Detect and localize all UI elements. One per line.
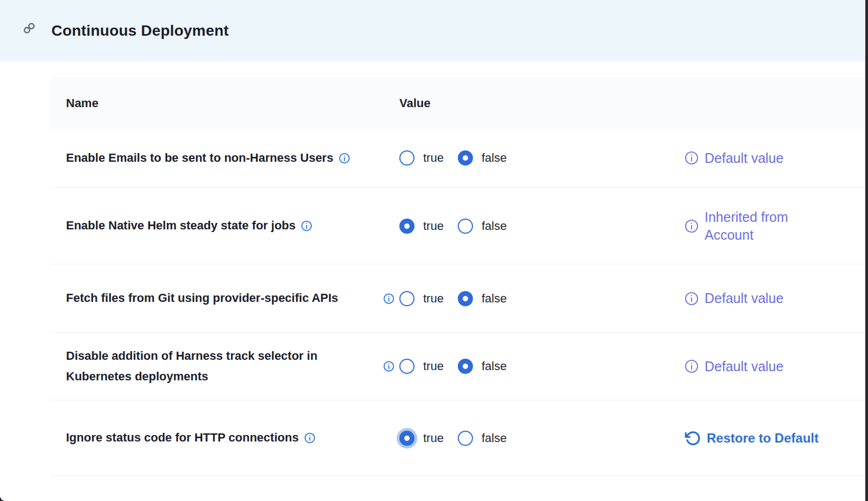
info-icon[interactable]	[383, 293, 394, 304]
link-icon[interactable]	[23, 22, 36, 35]
radio-label[interactable]: true	[423, 359, 444, 373]
radio-button[interactable]	[458, 359, 473, 374]
radio-label[interactable]: false	[482, 292, 507, 306]
radio-option-false[interactable]: false	[458, 219, 507, 234]
radio-option-true[interactable]: true	[399, 150, 444, 166]
info-icon[interactable]	[383, 361, 394, 372]
info-icon[interactable]	[301, 220, 312, 232]
radio-option-true[interactable]: true	[399, 219, 444, 234]
info-icon[interactable]	[339, 153, 350, 164]
radio-option-false[interactable]: false	[458, 431, 507, 446]
radio-label[interactable]: false	[482, 151, 507, 165]
setting-name: Fetch files from Git using provider-spec…	[66, 288, 338, 309]
radio-button[interactable]	[458, 219, 473, 234]
setting-name: Enable Native Helm steady state for jobs	[66, 215, 295, 236]
setting-name: Disable addition of Harness track select…	[66, 346, 361, 387]
setting-name-cell: Fetch files from Git using provider-spec…	[66, 265, 399, 332]
radio-button[interactable]	[458, 431, 473, 446]
radio-option-false[interactable]: false	[458, 359, 507, 374]
settings-table: Name Value Enable Emails to be sent to n…	[50, 77, 865, 476]
setting-name-cell: Enable Native Helm steady state for jobs	[66, 188, 399, 264]
setting-row: Enable Native Helm steady state for jobs…	[50, 188, 865, 265]
setting-name-cell: Enable Emails to be sent to non-Harness …	[66, 129, 399, 187]
table-header-row: Name Value	[50, 77, 865, 129]
radio-option-false[interactable]: false	[458, 150, 507, 166]
table-body: Enable Emails to be sent to non-Harness …	[50, 129, 865, 476]
screenshot-edge	[865, 0, 868, 501]
radio-label[interactable]: true	[423, 151, 444, 165]
status-indicator: Inherited from Account	[685, 208, 818, 243]
radio-option-false[interactable]: false	[458, 291, 507, 306]
radio-label[interactable]: true	[423, 431, 444, 445]
status-label: Default value	[705, 149, 784, 167]
status-indicator: Default value	[685, 358, 784, 375]
radio-label[interactable]: false	[482, 359, 507, 373]
radio-group: truefalse	[399, 359, 507, 374]
radio-label[interactable]: false	[482, 219, 507, 233]
status-indicator: Default value	[685, 289, 784, 307]
info-icon[interactable]	[685, 151, 699, 165]
radio-label[interactable]: false	[482, 431, 507, 445]
restore-to-default-button[interactable]: Restore to Default	[685, 430, 819, 446]
setting-row: Ignore status code for HTTP connections …	[50, 400, 865, 476]
radio-option-true[interactable]: true	[399, 431, 444, 446]
setting-name-cell: Ignore status code for HTTP connections	[66, 400, 399, 476]
status-label: Default value	[705, 289, 784, 307]
radio-group: truefalse	[399, 431, 507, 446]
setting-status-cell: Inherited from Account Inherited from Ac…	[685, 188, 818, 264]
info-icon[interactable]	[685, 292, 699, 306]
radio-button[interactable]	[399, 150, 415, 166]
column-header-name: Name	[66, 77, 98, 129]
restore-icon[interactable]	[685, 430, 701, 446]
setting-value-cell: truefalse	[399, 188, 507, 264]
radio-group: truefalse	[399, 291, 507, 306]
screenshot-corner	[0, 497, 4, 501]
status-label: Default value	[705, 358, 784, 375]
setting-row: Disable addition of Harness track select…	[50, 333, 865, 400]
setting-status-cell: Default value Default value	[685, 129, 784, 187]
setting-name: Enable Emails to be sent to non-Harness …	[66, 148, 333, 169]
radio-label[interactable]: true	[423, 292, 444, 306]
radio-label[interactable]: true	[423, 219, 444, 233]
setting-name: Ignore status code for HTTP connections	[66, 427, 299, 449]
radio-option-true[interactable]: true	[399, 291, 444, 306]
restore-label[interactable]: Restore to Default	[707, 431, 819, 446]
setting-value-cell: truefalse	[399, 333, 507, 400]
info-icon[interactable]	[685, 359, 699, 373]
page-title: Continuous Deployment	[51, 0, 229, 62]
setting-status-cell: Default value Default value	[685, 333, 784, 400]
setting-status-cell: Restore to Default Restore to Default	[685, 400, 819, 476]
radio-option-true[interactable]: true	[399, 359, 444, 374]
column-header-value: Value	[399, 77, 430, 129]
radio-group: truefalse	[399, 219, 507, 234]
radio-button[interactable]	[399, 359, 415, 374]
setting-value-cell: truefalse	[399, 129, 507, 187]
setting-row: Enable Emails to be sent to non-Harness …	[50, 129, 865, 188]
radio-button[interactable]	[458, 291, 473, 306]
radio-button[interactable]	[458, 150, 473, 166]
setting-status-cell: Default value Default value	[685, 265, 784, 332]
section-header: Continuous Deployment	[0, 0, 868, 62]
settings-page: Continuous Deployment Name Value Enable …	[0, 0, 868, 501]
setting-row: Fetch files from Git using provider-spec…	[50, 265, 865, 333]
radio-group: truefalse	[399, 150, 507, 166]
info-icon[interactable]	[304, 432, 315, 444]
status-label: Inherited from Account	[705, 208, 818, 243]
radio-button[interactable]	[399, 431, 415, 446]
info-icon[interactable]	[685, 219, 699, 233]
setting-value-cell: truefalse	[399, 400, 507, 476]
setting-value-cell: truefalse	[399, 265, 507, 332]
setting-name-cell: Disable addition of Harness track select…	[66, 333, 399, 400]
radio-button[interactable]	[399, 291, 415, 306]
radio-button[interactable]	[399, 219, 415, 234]
status-indicator: Default value	[685, 149, 784, 167]
